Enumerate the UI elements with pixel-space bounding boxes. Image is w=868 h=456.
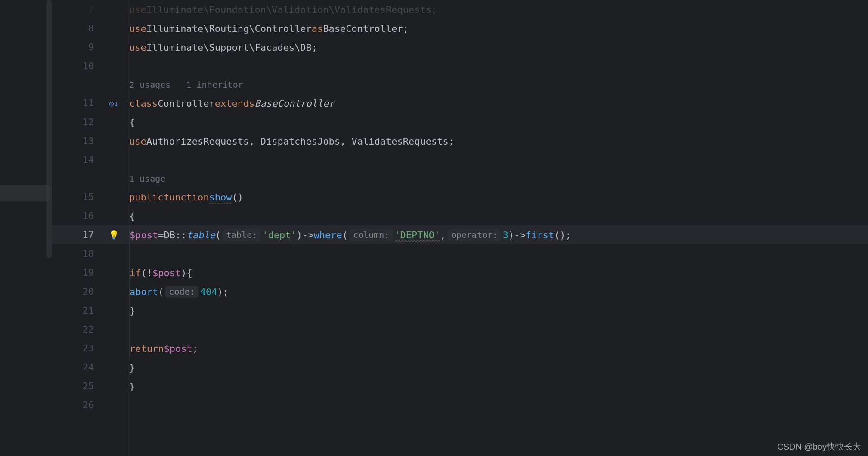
- function-call: abort: [130, 287, 158, 297]
- line-number[interactable]: 22: [52, 320, 99, 339]
- code-editor[interactable]: use Illuminate\Foundation\Validation\Val…: [129, 0, 868, 456]
- code-line[interactable]: }: [129, 377, 868, 396]
- code-line[interactable]: class Controller extends BaseController: [129, 94, 868, 113]
- number-literal: 404: [200, 287, 217, 297]
- code-line[interactable]: {: [129, 113, 868, 132]
- keyword-if: if: [130, 268, 141, 278]
- line-number[interactable]: 15: [52, 188, 99, 206]
- code-line[interactable]: return $post;: [129, 339, 868, 358]
- class-name: BaseController: [254, 98, 334, 109]
- code-line[interactable]: use AuthorizesRequests, DispatchesJobs, …: [129, 132, 868, 151]
- line-number[interactable]: 10: [52, 57, 99, 76]
- line-number[interactable]: 25: [52, 377, 99, 396]
- line-number[interactable]: 11: [52, 94, 99, 113]
- class-name: BaseController: [323, 23, 403, 34]
- usage-hint[interactable]: 2 usages 1 inheritor: [129, 76, 868, 94]
- code-line[interactable]: [129, 320, 868, 339]
- string-literal: 'DEPTNO': [394, 230, 440, 240]
- keyword-return: return: [130, 343, 164, 354]
- keyword-class: class: [129, 98, 158, 109]
- code-line[interactable]: public function show(): [129, 188, 868, 206]
- code-line[interactable]: [129, 151, 868, 169]
- line-number[interactable]: 18: [52, 244, 99, 263]
- code-line[interactable]: [129, 57, 868, 76]
- code-line[interactable]: }: [129, 358, 868, 377]
- implements-icon[interactable]: ◎↓: [109, 99, 119, 108]
- keyword-public: public: [129, 192, 163, 203]
- class-name: Controller: [158, 98, 214, 109]
- line-number[interactable]: 13: [52, 132, 99, 151]
- watermark: CSDN @boy快快长大: [777, 441, 861, 453]
- class-ref: DB: [164, 230, 175, 240]
- keyword-function: function: [163, 192, 209, 203]
- line-number[interactable]: 12: [52, 113, 99, 132]
- number-literal: 3: [503, 230, 508, 240]
- param-hint: code:: [165, 286, 198, 298]
- line-number: [52, 76, 99, 94]
- intention-bulb-icon[interactable]: 💡: [108, 230, 119, 240]
- line-number[interactable]: 16: [52, 206, 99, 225]
- line-number[interactable]: 26: [52, 396, 99, 415]
- trait-list: AuthorizesRequests, DispatchesJobs, Vali…: [146, 136, 449, 147]
- line-number[interactable]: 20: [52, 282, 99, 301]
- string-literal: 'dept': [262, 230, 296, 240]
- line-number[interactable]: 23: [52, 339, 99, 358]
- variable: $post: [152, 268, 181, 278]
- line-number[interactable]: 21: [52, 301, 99, 320]
- code-line[interactable]: use Illuminate\Foundation\Validation\Val…: [129, 0, 868, 19]
- line-number: [52, 169, 99, 188]
- code-line[interactable]: if (!$post) {: [129, 263, 868, 282]
- namespace: Illuminate\Routing\Controller: [146, 23, 312, 34]
- line-number[interactable]: 8: [52, 19, 99, 38]
- method-call: table: [186, 230, 215, 240]
- variable: $post: [130, 230, 158, 240]
- line-number[interactable]: 14: [52, 151, 99, 169]
- code-line-current[interactable]: $post = DB::table(table: 'dept')->where(…: [129, 225, 868, 244]
- code-line[interactable]: use Illuminate\Routing\Controller as Bas…: [129, 19, 868, 38]
- keyword-use: use: [129, 136, 146, 147]
- param-hint: column:: [350, 229, 393, 241]
- method-call: where: [313, 230, 342, 240]
- keyword-as: as: [312, 23, 323, 34]
- keyword-extends: extends: [215, 98, 255, 109]
- project-sidebar: [0, 0, 52, 456]
- keyword-use: use: [129, 23, 146, 34]
- line-number[interactable]: 7: [52, 0, 99, 19]
- code-line[interactable]: {: [129, 206, 868, 225]
- line-number[interactable]: 19: [52, 263, 99, 282]
- gutter-icons: ◎↓ 💡: [99, 0, 129, 456]
- method-name: show: [209, 192, 232, 203]
- keyword-use: use: [129, 42, 146, 53]
- line-number[interactable]: 9: [52, 38, 99, 57]
- code-line[interactable]: use Illuminate\Support\Facades\DB;: [129, 38, 868, 57]
- sidebar-scrollbar[interactable]: [46, 0, 52, 258]
- code-line[interactable]: [129, 396, 868, 415]
- method-call: first: [526, 230, 554, 240]
- namespace: Illuminate\Support\Facades\DB: [146, 42, 312, 53]
- code-line[interactable]: }: [129, 301, 868, 320]
- code-line[interactable]: abort(code: 404);: [129, 282, 868, 301]
- line-number-current[interactable]: 17: [52, 225, 99, 244]
- line-number-gutter[interactable]: 7 8 9 10 11 12 13 14 15 16 17 18 19 20 2…: [52, 0, 99, 456]
- variable: $post: [164, 343, 192, 354]
- usage-hint[interactable]: 1 usage: [129, 169, 868, 188]
- param-hint: table:: [223, 229, 260, 241]
- code-line[interactable]: [129, 244, 868, 263]
- param-hint: operator:: [447, 229, 501, 241]
- sidebar-selection[interactable]: [0, 185, 50, 201]
- editor-root: 7 8 9 10 11 12 13 14 15 16 17 18 19 20 2…: [0, 0, 868, 456]
- line-number[interactable]: 24: [52, 358, 99, 377]
